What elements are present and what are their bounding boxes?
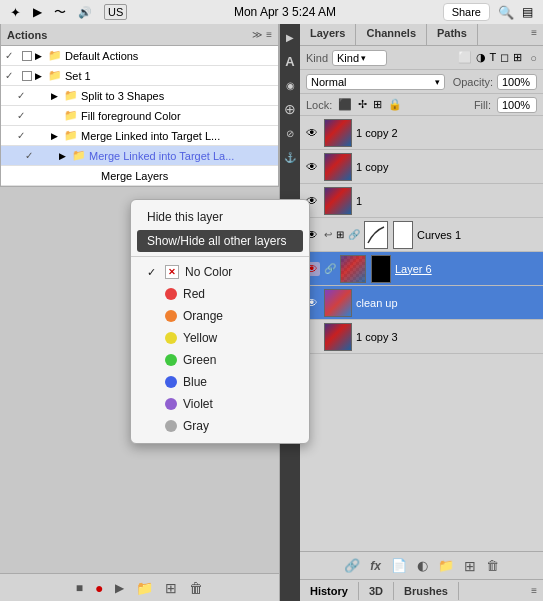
panel-expand-icon[interactable]: ≫ (252, 29, 262, 40)
opacity-value: 100% (502, 76, 530, 88)
eye-1copy2[interactable]: 👁 (304, 126, 320, 140)
actions-panel-header: Actions ≫ ≡ (1, 24, 278, 46)
vtool-circle[interactable]: ◉ (281, 76, 299, 94)
action-item-merge1[interactable]: ✓ ▶ 📁 Merge Linked into Target L... (1, 126, 278, 146)
new-fill-btn[interactable]: 📄 (391, 558, 407, 573)
new-action-button[interactable]: ⊞ (165, 580, 177, 596)
blend-mode-value: Normal (311, 76, 346, 88)
layers-bottom-toolbar: 🔗 fx 📄 ◐ 📁 ⊞ 🗑 (300, 551, 543, 579)
curves-extra-icon1[interactable]: ↩ (324, 229, 332, 240)
folder-icon-split: 📁 (64, 89, 78, 102)
layer-row-layer6[interactable]: 👁 🔗 Layer 6 (300, 252, 543, 286)
vtool-add[interactable]: ⊕ (281, 100, 299, 118)
action-item-merge2[interactable]: ✓ ▶ 📁 Merge Linked into Target La... (1, 146, 278, 166)
filter-type-icon[interactable]: T (490, 51, 497, 64)
lock-all-icon[interactable]: 🔒 (388, 98, 402, 111)
filter-adjust-icon[interactable]: ◑ (476, 51, 486, 64)
action-item-set1[interactable]: ✓ ▶ 📁 Set 1 (1, 66, 278, 86)
play-icon: ▶ (33, 5, 42, 19)
vtool-anchor[interactable]: ⚓ (281, 148, 299, 166)
vtool-minus[interactable]: ⊘ (281, 124, 299, 142)
play-button[interactable]: ▶ (115, 581, 124, 595)
ctx-color-gray[interactable]: Gray (131, 415, 309, 437)
dot-violet (165, 398, 177, 410)
ctx-color-red[interactable]: Red (131, 283, 309, 305)
delete-action-button[interactable]: 🗑 (189, 580, 203, 596)
ctx-color-violet[interactable]: Violet (131, 393, 309, 415)
new-adjustment-btn[interactable]: ◐ (417, 558, 428, 573)
volume-icon: 🔊 (78, 6, 92, 19)
new-group-btn[interactable]: 📁 (438, 558, 454, 573)
label-orange: Orange (183, 309, 223, 323)
ctx-color-orange[interactable]: Orange (131, 305, 309, 327)
filter-row: Kind Kind ▾ ⬜ ◑ T ◻ ⊞ ○ (300, 46, 543, 70)
layers-panel: Layers Channels Paths ≡ Kind Kind ▾ ⬜ ◑ … (300, 24, 543, 601)
new-folder-button[interactable]: 📁 (136, 580, 153, 596)
thumb-curves1 (364, 221, 388, 249)
ctx-color-nocolor[interactable]: ✓ ✕ No Color (131, 261, 309, 283)
lock-artboard-icon[interactable]: ⊞ (373, 98, 382, 111)
filter-pixel-icon[interactable]: ⬜ (458, 51, 472, 64)
tab-channels[interactable]: Channels (356, 24, 427, 45)
filter-toggle[interactable]: ○ (530, 52, 537, 64)
action-item-default-actions[interactable]: ✓ ▶ 📁 Default Actions (1, 46, 278, 66)
thumb-1copy (324, 153, 352, 181)
blend-mode-dropdown[interactable]: Normal ▾ (306, 74, 445, 90)
search-icon[interactable]: 🔍 (498, 5, 514, 20)
opacity-input[interactable]: 100% (497, 74, 537, 90)
curves-extra-icon2[interactable]: ⊞ (336, 229, 344, 240)
layers-panel-menu[interactable]: ≡ (525, 24, 543, 45)
action-item-merge-layers[interactable]: Merge Layers (1, 166, 278, 186)
tab-layers[interactable]: Layers (300, 24, 356, 45)
ctx-show-hide-btn[interactable]: Show/Hide all other layers (137, 230, 303, 252)
curves-chain: 🔗 (348, 229, 360, 240)
control-strip-icon[interactable]: ▤ (522, 5, 533, 19)
fill-input[interactable]: 100% (497, 97, 537, 113)
vtool-a[interactable]: A (281, 52, 299, 70)
filter-shape-icon[interactable]: ◻ (500, 51, 509, 64)
fx-btn[interactable]: fx (370, 559, 381, 573)
dot-yellow (165, 332, 177, 344)
record-button[interactable]: ● (95, 580, 103, 596)
label-gray: Gray (183, 419, 209, 433)
label-merge1: Merge Linked into Target L... (81, 130, 274, 142)
vtool-play[interactable]: ▶ (281, 28, 299, 46)
layers-list: 👁 1 copy 2 👁 1 copy 👁 1 (300, 116, 543, 551)
ctx-color-yellow[interactable]: Yellow (131, 327, 309, 349)
arrow-merge2: ▶ (59, 151, 69, 161)
dot-green (165, 354, 177, 366)
label-red: Red (183, 287, 205, 301)
ctx-color-blue[interactable]: Blue (131, 371, 309, 393)
layer-row-curves1[interactable]: 👁 ↩ ⊞ 🔗 Curves 1 (300, 218, 543, 252)
action-item-split[interactable]: ✓ ▶ 📁 Split to 3 Shapes (1, 86, 278, 106)
history-panel-menu[interactable]: ≡ (525, 582, 543, 599)
share-button[interactable]: Share (443, 3, 490, 21)
actions-panel: Actions ≫ ≡ ✓ ▶ 📁 Default Actions ✓ ▶ 📁 … (0, 24, 279, 187)
layer-row-1copy3[interactable]: 👁 1 copy 3 (300, 320, 543, 354)
lock-pixel-icon[interactable]: ⬛ (338, 98, 352, 111)
filter-smart-icon[interactable]: ⊞ (513, 51, 522, 64)
layer-row-cleanup[interactable]: 👁 clean up (300, 286, 543, 320)
tab-3d[interactable]: 3D (359, 582, 394, 600)
layer-row-1[interactable]: 👁 1 (300, 184, 543, 218)
tab-paths[interactable]: Paths (427, 24, 478, 45)
panel-menu-icon[interactable]: ≡ (266, 29, 272, 40)
tab-history[interactable]: History (300, 582, 359, 600)
layer-row-1copy2[interactable]: 👁 1 copy 2 (300, 116, 543, 150)
ctx-color-green[interactable]: Green (131, 349, 309, 371)
delete-layer-btn[interactable]: 🗑 (486, 558, 499, 573)
action-item-fill[interactable]: ✓ 📁 Fill foreground Color (1, 106, 278, 126)
layer6-chain: 🔗 (324, 263, 336, 274)
modal-set1 (22, 71, 32, 81)
lock-pos-icon[interactable]: ✢ (358, 98, 367, 111)
stop-button[interactable]: ■ (76, 581, 83, 595)
main-layout: Actions ≫ ≡ ✓ ▶ 📁 Default Actions ✓ ▶ 📁 … (0, 24, 543, 601)
ctx-hide-layer[interactable]: Hide this layer (131, 206, 309, 228)
new-layer-btn[interactable]: ⊞ (464, 558, 476, 574)
tab-brushes[interactable]: Brushes (394, 582, 459, 600)
filter-kind-dropdown[interactable]: Kind ▾ (332, 50, 387, 66)
eye-1copy[interactable]: 👁 (304, 160, 320, 174)
menu-time: Mon Apr 3 5:24 AM (234, 5, 336, 19)
layer-row-1copy[interactable]: 👁 1 copy (300, 150, 543, 184)
link-layers-btn[interactable]: 🔗 (344, 558, 360, 573)
